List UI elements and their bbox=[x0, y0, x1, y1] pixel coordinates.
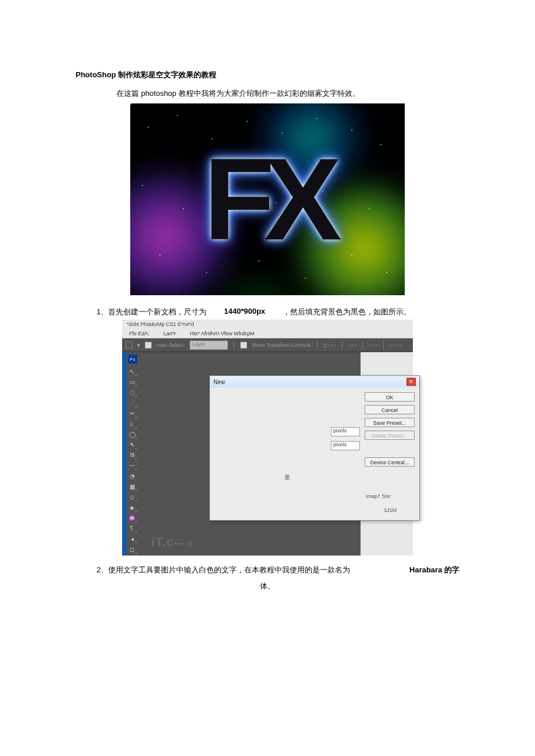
autoselect-dropdown[interactable]: Layer bbox=[190, 341, 228, 350]
tool-wand-icon[interactable]: ⋰ bbox=[128, 399, 136, 407]
photoshop-screenshot: *dobt Phat&vMp CS1 E*n4*d Ffe EdA: Lan*r… bbox=[122, 320, 413, 556]
tool-brush-icon[interactable]: ✎ bbox=[128, 440, 136, 449]
align-cluster-3[interactable]: ▫ ▫ ▫ bbox=[369, 342, 377, 348]
width-unit-dropdown[interactable]: pixels bbox=[331, 427, 360, 436]
ps-body: Ps ↖ ▭ ◌ ⋰ ✂ ⟀ ◯ ✎ ⧉ 〰 ◔ ▦ ◇ ◈ ♒ T. ◂ ◻ bbox=[122, 352, 413, 556]
hero-result-image: FX bbox=[130, 103, 405, 295]
ps-menubar: Ffe EdA: Lan*r Htx* AfHihrH Vfew WlrdcpM bbox=[122, 329, 413, 338]
delete-preset-button: Delete Preset... bbox=[365, 431, 415, 440]
dialog-titlebar[interactable]: New ✕ bbox=[210, 376, 419, 388]
step-2-fontname: Harabara 的字 bbox=[409, 565, 459, 575]
height-row: pixels bbox=[215, 441, 360, 450]
dialog-title-text: New bbox=[213, 379, 225, 385]
tool-move-icon[interactable]: ↖ bbox=[128, 367, 136, 375]
step-2-prefix: 2、使用文字工具要图片中输入白色的文字，在本教程中我使用的是一款名为 bbox=[97, 565, 350, 575]
opt-sep-3 bbox=[342, 341, 343, 349]
close-icon[interactable]: ✕ bbox=[406, 378, 416, 386]
article-title: PhotoShop 制作炫彩星空文字效果的教程 bbox=[76, 70, 459, 80]
opt-sep-5 bbox=[383, 341, 384, 349]
showtransform-checkbox[interactable] bbox=[240, 342, 247, 349]
tool-history-icon[interactable]: 〰 bbox=[128, 461, 136, 470]
step-2: 2、使用文字工具要图片中输入白色的文字，在本教程中我使用的是一款名为 Harab… bbox=[97, 565, 459, 575]
opt-sep-1 bbox=[234, 341, 234, 349]
ps-title-text: *dobt Phat&vMp CS1 E*n4*d bbox=[127, 321, 194, 327]
step-1-prefix: 1、首先创建一个新文档，尺寸为 bbox=[97, 307, 206, 317]
opt-sep-2 bbox=[317, 341, 318, 349]
watermark: iT.c▪▪▪▪n bbox=[151, 535, 194, 550]
autoselect-label: Auto-Select: bbox=[156, 342, 185, 348]
device-central-button[interactable]: Device Central... bbox=[365, 457, 415, 467]
cancel-button[interactable]: Cancel bbox=[365, 405, 415, 414]
tool-lasso-icon[interactable]: ◌ bbox=[128, 388, 136, 396]
tool-path-icon[interactable]: ◂ bbox=[128, 535, 136, 543]
dialog-imagesize-value: 3J1M bbox=[365, 504, 415, 514]
dialog-fields: pixels pixels 里 bbox=[215, 392, 360, 514]
ps-left-accent bbox=[122, 352, 127, 556]
move-tool-icon[interactable] bbox=[126, 342, 133, 349]
tool-eyedropper-icon[interactable]: ⟀ bbox=[128, 420, 136, 428]
step-1: 1、首先创建一个新文档，尺寸为 1440*900px，然后填充背景色为黑色，如图… bbox=[97, 307, 459, 317]
tool-blur-icon[interactable]: ◇ bbox=[128, 493, 136, 501]
dialog-note: 里 bbox=[215, 474, 360, 482]
dialog-imagesize-label: Imap7 Sre: bbox=[365, 490, 415, 500]
ok-button[interactable]: OK bbox=[365, 392, 415, 402]
tool-dodge-icon[interactable]: ◈ bbox=[128, 503, 136, 511]
width-row: pixels bbox=[215, 427, 360, 436]
align-cluster-2[interactable]: ▫ ▫ ▫ bbox=[348, 342, 357, 348]
ps-logo-icon: Ps bbox=[128, 354, 137, 364]
ps-toolbar: Ps ↖ ▭ ◌ ⋰ ✂ ⟀ ◯ ✎ ⧉ 〰 ◔ ▦ ◇ ◈ ♒ T. ◂ ◻ bbox=[127, 352, 140, 556]
tool-eraser-icon[interactable]: ◔ bbox=[128, 472, 136, 480]
tool-pen-icon[interactable]: ♒ bbox=[128, 514, 136, 522]
watermark-main: iT.c bbox=[151, 535, 174, 549]
ps-options-bar: ▾ Auto-Select: Layer Show Transform Cont… bbox=[122, 338, 413, 352]
step-1-size: 1440*900px bbox=[224, 307, 265, 317]
tool-marquee-icon[interactable]: ▭ bbox=[128, 378, 136, 386]
dialog-body: pixels pixels 里 OK Cancel Save Preset... bbox=[210, 388, 419, 520]
tool-type-icon[interactable]: T. bbox=[128, 524, 136, 532]
document-page: PhotoShop 制作炫彩星空文字效果的教程 在这篇 photoshop 教程… bbox=[0, 0, 535, 756]
align-cluster-1[interactable]: ▯ ▫ ▫ ▫ bbox=[323, 342, 336, 348]
save-preset-button[interactable]: Save Preset... bbox=[365, 418, 415, 427]
showtransform-label: Show Transform Controls bbox=[252, 342, 311, 348]
autoselect-checkbox[interactable] bbox=[145, 342, 152, 349]
menu-file[interactable]: Ffe EdA: bbox=[129, 331, 149, 336]
tool-heal-icon[interactable]: ◯ bbox=[128, 430, 136, 438]
tool-shape-icon[interactable]: ◻ bbox=[128, 545, 136, 553]
new-dialog: New ✕ pixels pixels 里 bbox=[209, 375, 420, 521]
tool-gradient-icon[interactable]: ▦ bbox=[128, 482, 136, 490]
menu-layer[interactable]: Lan*r bbox=[163, 331, 176, 336]
opt-sep-4 bbox=[362, 341, 363, 349]
menu-rest[interactable]: Htx* AfHihrH Vfew WlrdcpM bbox=[190, 331, 255, 336]
hero-fx-text: FX bbox=[130, 103, 405, 295]
align-cluster-4[interactable]: ▫ ▫ ▫ ▫ bbox=[390, 342, 401, 348]
ps-titlebar: *dobt Phat&vMp CS1 E*n4*d bbox=[122, 320, 413, 329]
tool-crop-icon[interactable]: ✂ bbox=[128, 409, 136, 417]
tool-stamp-icon[interactable]: ⧉ bbox=[128, 451, 136, 459]
watermark-sub: n bbox=[188, 539, 194, 548]
dialog-buttons: OK Cancel Save Preset... Delete Preset..… bbox=[365, 392, 415, 514]
step-2-suffix: 体。 bbox=[76, 581, 459, 592]
ps-canvas: iT.c▪▪▪▪n New ✕ pixels pi bbox=[140, 352, 361, 556]
height-unit-dropdown[interactable]: pixels bbox=[331, 441, 360, 450]
article-intro: 在这篇 photoshop 教程中我将为大家介绍制作一款幻彩的烟雾文字特效。 bbox=[116, 88, 459, 99]
step-1-suffix: ，然后填充背景色为黑色，如图所示。 bbox=[283, 307, 411, 317]
